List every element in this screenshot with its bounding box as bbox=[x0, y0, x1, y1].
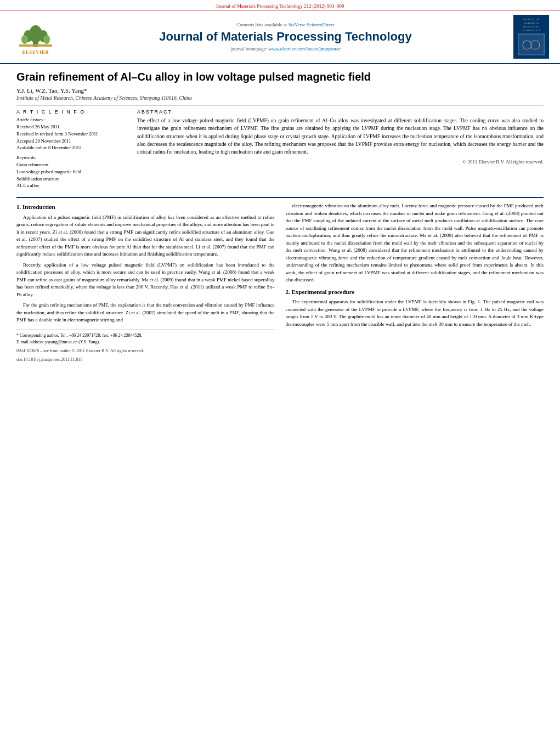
article-title: Grain refinement of Al–Cu alloy in low v… bbox=[16, 70, 544, 84]
footer-doi: doi:10.1016/j.jmatprotec.2011.11.018 bbox=[16, 357, 275, 363]
page: Journal of Materials Processing Technolo… bbox=[0, 0, 560, 741]
abstract-col: ABSTRACT The effect of a low voltage pul… bbox=[137, 109, 544, 193]
received-line: Received 26 May 2011 bbox=[16, 123, 126, 131]
elsevier-tree-icon bbox=[19, 19, 52, 49]
homepage-link[interactable]: www.elsevier.com/locate/jmatprotec bbox=[269, 46, 341, 52]
authors: Y.J. Li, W.Z. Tao, Y.S. Yang* bbox=[16, 87, 544, 94]
body-p2: Recently, application of a low voltage p… bbox=[16, 262, 275, 299]
svg-point-4 bbox=[21, 35, 28, 44]
body-p1: Application of a pulsed magnetic field (… bbox=[16, 214, 275, 258]
divider-top bbox=[16, 105, 544, 106]
keyword-4: Al–Cu alloy bbox=[16, 182, 126, 189]
journal-cover: JOURNAL OFMATERIALSPROCESSINGTECHNOLOGY bbox=[511, 15, 549, 59]
accepted-line: Accepted 29 November 2011 bbox=[16, 138, 126, 145]
footnote-star: * Corresponding author. Tel.: +86 24 239… bbox=[16, 332, 275, 339]
citation-text: Journal of Materials Processing Technolo… bbox=[216, 3, 344, 9]
body-col-right: electromagnetic vibration on the aluminu… bbox=[286, 202, 544, 363]
top-citation-bar: Journal of Materials Processing Technolo… bbox=[0, 0, 560, 10]
header-center: Contents lists available at SciVerse Sci… bbox=[60, 22, 511, 52]
journal-cover-image: JOURNAL OFMATERIALSPROCESSINGTECHNOLOGY bbox=[513, 15, 549, 59]
svg-point-5 bbox=[43, 35, 50, 44]
article-info-label: A R T I C L E I N F O bbox=[16, 109, 126, 115]
article-history: Article history: Received 26 May 2011 Re… bbox=[16, 117, 126, 151]
journal-title: Journal of Materials Processing Technolo… bbox=[60, 30, 511, 44]
footer-copyright: 0924-0136/$ – see front matter © 2011 El… bbox=[16, 348, 275, 354]
abstract-label: ABSTRACT bbox=[137, 109, 544, 115]
article-content: Grain refinement of Al–Cu alloy in low v… bbox=[0, 64, 560, 369]
body-p3: For the grain refining mechanisms of PMF… bbox=[16, 302, 275, 324]
elsevier-label: ELSEVIER bbox=[22, 50, 49, 55]
affiliation: Institute of Metal Research, Chinese Aca… bbox=[16, 95, 544, 101]
svg-rect-6 bbox=[19, 44, 52, 47]
sciverse-line: Contents lists available at SciVerse Sci… bbox=[60, 22, 511, 27]
body-col-left: 1. Introduction Application of a pulsed … bbox=[16, 202, 275, 363]
journal-header: ELSEVIER Contents lists available at Sci… bbox=[0, 10, 560, 64]
keywords-label: Keywords: bbox=[16, 155, 126, 160]
article-history-title: Article history: bbox=[16, 117, 126, 122]
article-info: A R T I C L E I N F O Article history: R… bbox=[16, 109, 126, 193]
received-revised-line: Received in revised form 3 November 2011 bbox=[16, 131, 126, 138]
elsevier-logo: ELSEVIER bbox=[11, 19, 60, 55]
sciverse-link[interactable]: SciVerse ScienceDirect bbox=[289, 22, 335, 27]
keyword-1: Grain refinement bbox=[16, 161, 126, 168]
copyright-line: © 2011 Elsevier B.V. All rights reserved… bbox=[137, 159, 544, 165]
available-line: Available online 8 December 2011 bbox=[16, 144, 126, 151]
body-cols: 1. Introduction Application of a pulsed … bbox=[16, 202, 544, 363]
body-p4: electromagnetic vibration on the aluminu… bbox=[286, 202, 544, 284]
keyword-3: Solidification structure bbox=[16, 176, 126, 183]
section2-heading: 2. Experimental procedure bbox=[286, 287, 544, 297]
footnote-email: E-mail address: ysyang@imr.ac.cn (Y.S. Y… bbox=[16, 339, 275, 346]
journal-homepage: journal homepage: www.elsevier.com/locat… bbox=[60, 46, 511, 52]
keyword-2: Low voltage pulsed magnetic field bbox=[16, 168, 126, 176]
article-meta-row: A R T I C L E I N F O Article history: R… bbox=[16, 109, 544, 193]
abstract-text: The effect of a low voltage pulsed magne… bbox=[137, 117, 544, 156]
body-divider bbox=[16, 197, 544, 198]
keywords: Keywords: Grain refinement Low voltage p… bbox=[16, 155, 126, 189]
footnote-area: * Corresponding author. Tel.: +86 24 239… bbox=[16, 330, 275, 346]
body-p5: The experimental apparatus for solidific… bbox=[286, 298, 544, 328]
section1-heading: 1. Introduction bbox=[16, 202, 275, 212]
